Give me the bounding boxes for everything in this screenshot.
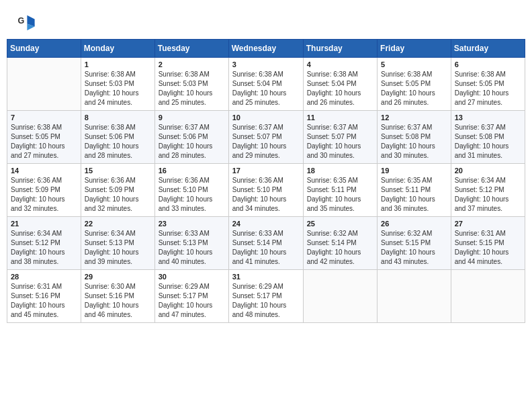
day-info: Sunrise: 6:37 AM Sunset: 5:08 PM Dayligh…: [455, 123, 521, 161]
day-info: Sunrise: 6:38 AM Sunset: 5:05 PM Dayligh…: [455, 70, 521, 107]
day-info: Sunrise: 6:34 AM Sunset: 5:13 PM Dayligh…: [85, 229, 151, 267]
calendar-cell: 13Sunrise: 6:37 AM Sunset: 5:08 PM Dayli…: [451, 111, 525, 164]
day-number: 5: [381, 60, 447, 68]
day-info: Sunrise: 6:35 AM Sunset: 5:11 PM Dayligh…: [381, 176, 447, 214]
day-number: 30: [159, 273, 225, 281]
day-number: 10: [232, 113, 300, 122]
calendar-week-row: 28Sunrise: 6:31 AM Sunset: 5:16 PM Dayli…: [7, 270, 525, 323]
calendar-cell: 5Sunrise: 6:38 AM Sunset: 5:05 PM Daylig…: [378, 58, 451, 111]
day-info: Sunrise: 6:29 AM Sunset: 5:17 PM Dayligh…: [159, 282, 225, 320]
day-info: Sunrise: 6:34 AM Sunset: 5:12 PM Dayligh…: [455, 176, 521, 214]
calendar-cell: 26Sunrise: 6:32 AM Sunset: 5:15 PM Dayli…: [378, 217, 451, 270]
day-number: 12: [381, 113, 447, 122]
day-info: Sunrise: 6:36 AM Sunset: 5:10 PM Dayligh…: [159, 176, 225, 214]
calendar-cell: 3Sunrise: 6:38 AM Sunset: 5:04 PM Daylig…: [228, 58, 303, 111]
logo: G: [17, 13, 38, 32]
day-number: 28: [11, 273, 77, 281]
day-info: Sunrise: 6:37 AM Sunset: 5:08 PM Dayligh…: [381, 123, 447, 161]
day-info: Sunrise: 6:36 AM Sunset: 5:09 PM Dayligh…: [11, 176, 77, 214]
day-number: 7: [11, 113, 77, 122]
page-header: G: [7, 7, 525, 36]
calendar-cell: 12Sunrise: 6:37 AM Sunset: 5:08 PM Dayli…: [378, 111, 451, 164]
day-info: Sunrise: 6:29 AM Sunset: 5:17 PM Dayligh…: [232, 282, 300, 320]
day-info: Sunrise: 6:37 AM Sunset: 5:07 PM Dayligh…: [307, 123, 373, 161]
header-day-monday: Monday: [81, 40, 154, 58]
calendar-cell: 8Sunrise: 6:38 AM Sunset: 5:06 PM Daylig…: [81, 111, 154, 164]
calendar-cell: 29Sunrise: 6:30 AM Sunset: 5:16 PM Dayli…: [81, 270, 154, 323]
calendar-week-row: 7Sunrise: 6:38 AM Sunset: 5:05 PM Daylig…: [7, 111, 525, 164]
day-number: 19: [381, 167, 447, 175]
day-number: 6: [455, 60, 521, 68]
day-info: Sunrise: 6:36 AM Sunset: 5:09 PM Dayligh…: [85, 176, 151, 214]
day-number: 29: [85, 273, 151, 281]
header-day-friday: Friday: [378, 40, 451, 58]
day-info: Sunrise: 6:31 AM Sunset: 5:16 PM Dayligh…: [11, 282, 77, 320]
day-info: Sunrise: 6:33 AM Sunset: 5:13 PM Dayligh…: [159, 229, 225, 267]
day-info: Sunrise: 6:38 AM Sunset: 5:03 PM Dayligh…: [85, 70, 151, 107]
day-info: Sunrise: 6:34 AM Sunset: 5:12 PM Dayligh…: [11, 229, 77, 267]
calendar-cell: 11Sunrise: 6:37 AM Sunset: 5:07 PM Dayli…: [303, 111, 377, 164]
calendar-cell: [451, 270, 525, 323]
day-info: Sunrise: 6:38 AM Sunset: 5:04 PM Dayligh…: [232, 70, 300, 107]
day-number: 14: [11, 167, 77, 175]
day-number: 24: [232, 220, 300, 228]
calendar-cell: 21Sunrise: 6:34 AM Sunset: 5:12 PM Dayli…: [7, 217, 81, 270]
calendar-cell: 17Sunrise: 6:36 AM Sunset: 5:10 PM Dayli…: [228, 164, 303, 217]
day-number: 26: [381, 220, 447, 228]
calendar-cell: 18Sunrise: 6:35 AM Sunset: 5:11 PM Dayli…: [303, 164, 377, 217]
day-info: Sunrise: 6:38 AM Sunset: 5:05 PM Dayligh…: [381, 70, 447, 107]
calendar-week-row: 14Sunrise: 6:36 AM Sunset: 5:09 PM Dayli…: [7, 164, 525, 217]
calendar-cell: 31Sunrise: 6:29 AM Sunset: 5:17 PM Dayli…: [228, 270, 303, 323]
calendar-cell: [303, 270, 377, 323]
calendar-cell: 14Sunrise: 6:36 AM Sunset: 5:09 PM Dayli…: [7, 164, 81, 217]
day-info: Sunrise: 6:37 AM Sunset: 5:06 PM Dayligh…: [159, 123, 225, 161]
calendar-cell: 16Sunrise: 6:36 AM Sunset: 5:10 PM Dayli…: [154, 164, 228, 217]
day-info: Sunrise: 6:38 AM Sunset: 5:04 PM Dayligh…: [307, 70, 373, 107]
day-number: 2: [159, 60, 225, 68]
day-number: 4: [307, 60, 373, 68]
calendar-cell: 28Sunrise: 6:31 AM Sunset: 5:16 PM Dayli…: [7, 270, 81, 323]
day-number: 8: [85, 113, 151, 122]
svg-text:G: G: [17, 16, 24, 26]
calendar-cell: [378, 270, 451, 323]
header-day-tuesday: Tuesday: [154, 40, 228, 58]
calendar-cell: 7Sunrise: 6:38 AM Sunset: 5:05 PM Daylig…: [7, 111, 81, 164]
day-number: 9: [159, 113, 225, 122]
day-info: Sunrise: 6:32 AM Sunset: 5:15 PM Dayligh…: [381, 229, 447, 267]
day-number: 16: [159, 167, 225, 175]
day-number: 20: [455, 167, 521, 175]
calendar-cell: 1Sunrise: 6:38 AM Sunset: 5:03 PM Daylig…: [81, 58, 154, 111]
calendar-cell: 25Sunrise: 6:32 AM Sunset: 5:14 PM Dayli…: [303, 217, 377, 270]
day-info: Sunrise: 6:37 AM Sunset: 5:07 PM Dayligh…: [232, 123, 300, 161]
day-info: Sunrise: 6:38 AM Sunset: 5:03 PM Dayligh…: [159, 70, 225, 107]
day-number: 17: [232, 167, 300, 175]
calendar-cell: 2Sunrise: 6:38 AM Sunset: 5:03 PM Daylig…: [154, 58, 228, 111]
day-number: 23: [159, 220, 225, 228]
day-info: Sunrise: 6:38 AM Sunset: 5:05 PM Dayligh…: [11, 123, 77, 161]
calendar-cell: 10Sunrise: 6:37 AM Sunset: 5:07 PM Dayli…: [228, 111, 303, 164]
calendar-cell: 20Sunrise: 6:34 AM Sunset: 5:12 PM Dayli…: [451, 164, 525, 217]
calendar-week-row: 21Sunrise: 6:34 AM Sunset: 5:12 PM Dayli…: [7, 217, 525, 270]
day-info: Sunrise: 6:38 AM Sunset: 5:06 PM Dayligh…: [85, 123, 151, 161]
calendar-cell: 24Sunrise: 6:33 AM Sunset: 5:14 PM Dayli…: [228, 217, 303, 270]
calendar-body: 1Sunrise: 6:38 AM Sunset: 5:03 PM Daylig…: [7, 58, 525, 323]
header-day-saturday: Saturday: [451, 40, 525, 58]
calendar-week-row: 1Sunrise: 6:38 AM Sunset: 5:03 PM Daylig…: [7, 58, 525, 111]
day-number: 27: [455, 220, 521, 228]
calendar-table: SundayMondayTuesdayWednesdayThursdayFrid…: [7, 39, 525, 323]
day-number: 15: [85, 167, 151, 175]
calendar-cell: 6Sunrise: 6:38 AM Sunset: 5:05 PM Daylig…: [451, 58, 525, 111]
day-number: 31: [232, 273, 300, 281]
day-info: Sunrise: 6:31 AM Sunset: 5:15 PM Dayligh…: [455, 229, 521, 267]
day-number: 25: [307, 220, 373, 228]
calendar-cell: 30Sunrise: 6:29 AM Sunset: 5:17 PM Dayli…: [154, 270, 228, 323]
day-number: 11: [307, 113, 373, 122]
day-number: 21: [11, 220, 77, 228]
day-info: Sunrise: 6:35 AM Sunset: 5:11 PM Dayligh…: [307, 176, 373, 214]
header-day-wednesday: Wednesday: [228, 40, 303, 58]
day-number: 18: [307, 167, 373, 175]
calendar-cell: 15Sunrise: 6:36 AM Sunset: 5:09 PM Dayli…: [81, 164, 154, 217]
day-number: 3: [232, 60, 300, 68]
header-day-thursday: Thursday: [303, 40, 377, 58]
header-day-sunday: Sunday: [7, 40, 81, 58]
